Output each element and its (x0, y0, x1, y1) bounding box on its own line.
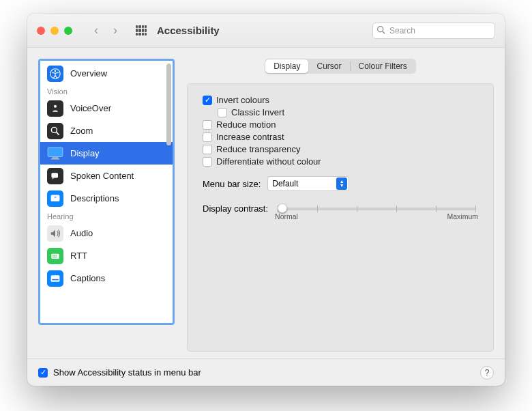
option-label: Reduce transparency (216, 144, 301, 154)
zoom-window-button[interactable] (64, 27, 72, 35)
option-label: Reduce motion (216, 119, 276, 130)
select-value: Default (272, 179, 298, 188)
footer: Show Accessibility status in menu bar ? (27, 358, 505, 386)
sidebar-item-voiceover[interactable]: VoiceOver (40, 97, 173, 119)
window-controls (37, 27, 72, 35)
tab-colour-filters[interactable]: Colour Filters (351, 59, 415, 73)
menu-bar-size-row: Menu bar size: Default ▲▼ (203, 176, 478, 191)
differentiate-checkbox[interactable] (203, 157, 212, 167)
sidebar-list[interactable]: Overview Vision VoiceOver Zoom (40, 61, 173, 323)
field-label: Menu bar size: (203, 179, 261, 189)
sidebar: Overview Vision VoiceOver Zoom (38, 59, 175, 325)
option-label: Classic Invert (231, 107, 284, 117)
sidebar-item-label: Audio (70, 228, 93, 238)
sidebar-item-label: RTT (70, 251, 87, 261)
svg-point-3 (55, 70, 57, 72)
zoom-icon (47, 123, 63, 139)
nav-controls: ‹ › (87, 23, 124, 39)
sidebar-item-descriptions[interactable]: ” Descriptions (40, 187, 173, 210)
svg-rect-13 (51, 253, 59, 258)
descriptions-icon: ” (47, 190, 63, 207)
svg-text:”: ” (54, 195, 57, 201)
window-title: Accessibility (157, 25, 220, 36)
sidebar-item-label: VoiceOver (70, 103, 111, 113)
scrollbar-thumb[interactable] (166, 63, 171, 145)
field-label: Display contrast: (203, 203, 268, 214)
rtt-icon (47, 248, 63, 264)
voiceover-icon (47, 100, 63, 117)
content-pane: Display Cursor Colour Filters Invert col… (187, 59, 494, 352)
sidebar-item-spoken-content[interactable]: Spoken Content (40, 165, 173, 187)
sidebar-item-label: Descriptions (70, 193, 119, 203)
accessibility-icon (47, 66, 63, 82)
svg-rect-10 (51, 173, 58, 178)
chevron-updown-icon: ▲▼ (336, 178, 347, 190)
audio-icon (47, 225, 63, 242)
option-classic-invert: Classic Invert (218, 107, 478, 117)
svg-rect-7 (48, 147, 63, 156)
help-button[interactable]: ? (480, 366, 494, 380)
sidebar-item-overview[interactable]: Overview (40, 62, 173, 85)
reduce-transparency-checkbox[interactable] (203, 145, 212, 154)
preferences-window: ‹ › Accessibility Overview (27, 14, 505, 386)
footer-label: Show Accessibility status in menu bar (53, 367, 201, 378)
svg-rect-15 (54, 255, 55, 255)
spoken-content-icon (47, 168, 63, 184)
sidebar-item-zoom[interactable]: Zoom (40, 119, 173, 142)
show-all-button[interactable] (132, 23, 150, 39)
sidebar-section-vision: Vision (40, 85, 173, 97)
sidebar-section-hearing: Hearing (40, 210, 173, 222)
body: Overview Vision VoiceOver Zoom (27, 48, 505, 358)
svg-rect-8 (52, 157, 58, 158)
search-input[interactable] (372, 23, 495, 39)
grid-icon (136, 25, 147, 36)
classic-invert-checkbox[interactable] (218, 108, 227, 117)
show-status-checkbox[interactable] (38, 368, 48, 378)
display-settings-pane: Invert colours Classic Invert Reduce mot… (187, 83, 494, 352)
toolbar: ‹ › Accessibility (27, 14, 505, 48)
option-label: Increase contrast (216, 132, 284, 142)
svg-rect-14 (53, 255, 54, 255)
slider-knob[interactable] (278, 203, 287, 213)
option-reduce-transparency: Reduce transparency (203, 144, 478, 154)
minimize-window-button[interactable] (50, 27, 59, 35)
sidebar-item-label: Captions (70, 273, 105, 283)
slider-max-label: Maximum (447, 212, 478, 221)
search-field[interactable] (372, 23, 495, 39)
option-increase-contrast: Increase contrast (203, 132, 478, 142)
svg-point-4 (54, 104, 57, 107)
captions-icon (47, 270, 63, 287)
svg-point-0 (378, 26, 383, 31)
svg-line-6 (57, 132, 59, 134)
sidebar-item-audio[interactable]: Audio (40, 222, 173, 244)
sidebar-item-label: Zoom (70, 126, 93, 136)
forward-button[interactable]: › (106, 23, 124, 39)
svg-line-1 (383, 31, 385, 33)
option-differentiate: Differentiate without colour (203, 156, 478, 167)
svg-rect-17 (53, 256, 57, 257)
option-label: Differentiate without colour (216, 156, 321, 167)
increase-contrast-checkbox[interactable] (203, 132, 212, 142)
tab-cursor[interactable]: Cursor (308, 59, 349, 73)
slider-min-label: Normal (275, 212, 298, 221)
svg-point-5 (51, 127, 57, 132)
reduce-motion-checkbox[interactable] (203, 120, 212, 130)
sidebar-item-captions[interactable]: Captions (40, 267, 173, 289)
sidebar-item-label: Spoken Content (70, 171, 134, 181)
tab-display[interactable]: Display (265, 59, 308, 73)
option-reduce-motion: Reduce motion (203, 119, 478, 130)
display-contrast-slider[interactable] (278, 208, 475, 210)
svg-rect-19 (52, 279, 59, 280)
display-icon (47, 145, 63, 162)
display-contrast-row: Display contrast: (203, 203, 478, 221)
back-button[interactable]: ‹ (87, 23, 105, 39)
invert-colours-checkbox[interactable] (203, 96, 212, 105)
close-window-button[interactable] (37, 27, 45, 35)
menu-bar-size-select[interactable]: Default ▲▼ (267, 176, 349, 191)
sidebar-item-label: Display (70, 148, 100, 158)
sidebar-item-rtt[interactable]: RTT (40, 244, 173, 267)
option-label: Invert colours (216, 95, 269, 105)
search-icon (376, 25, 385, 36)
sidebar-item-display[interactable]: Display (40, 142, 173, 165)
svg-rect-16 (56, 255, 57, 255)
